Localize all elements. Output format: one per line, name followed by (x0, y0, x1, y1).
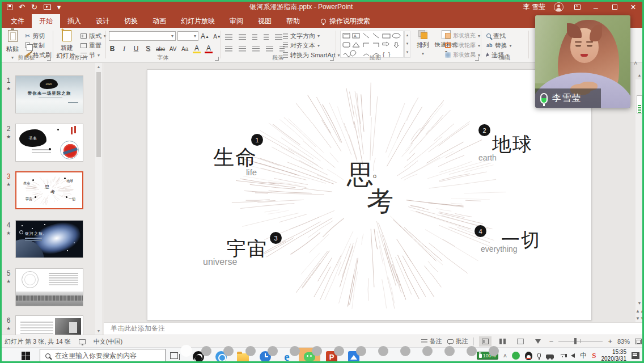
bullets-button[interactable] (225, 34, 232, 40)
save-button[interactable] (7, 5, 12, 10)
align-text-button[interactable]: 对齐文本▾ (283, 41, 320, 50)
line-spacing-button[interactable] (275, 34, 282, 40)
underline-button[interactable]: U (132, 44, 140, 53)
taskbar-search-input[interactable]: 在这里输入你要搜索的内容 (40, 349, 166, 362)
reset-button[interactable]: 重置 (80, 41, 101, 50)
center-text-top[interactable]: 思 (347, 161, 374, 188)
tab-slideshow[interactable]: 幻灯片放映 (173, 14, 222, 28)
align-right-button[interactable] (252, 47, 260, 52)
numbering-button[interactable] (239, 34, 246, 40)
increase-font-button[interactable]: A▲ (201, 32, 209, 41)
slide-sorter-view-button[interactable] (497, 336, 509, 347)
close-button[interactable]: × (628, 3, 638, 12)
italic-button[interactable]: I (120, 44, 128, 53)
slide-thumbnail-4[interactable]: 银河之旅, (15, 220, 83, 258)
slide-thumbnail-2[interactable]: 书名 (15, 124, 83, 162)
tab-design[interactable]: 设计 (88, 14, 117, 28)
copy-button[interactable]: 复制 (25, 41, 45, 50)
sogou-input-icon[interactable]: S (592, 351, 596, 360)
tab-home[interactable]: 开始 (32, 14, 60, 28)
speaker-icon[interactable] (571, 353, 575, 358)
item-label-universe-zh[interactable]: 宇宙 (227, 239, 268, 258)
zoom-in-button[interactable]: + (608, 337, 612, 345)
slide-canvas[interactable]: 1 生命 life 2 地球 earth 思 。 考 3 宇宙 universe… (147, 69, 592, 320)
user-avatar[interactable] (554, 2, 564, 12)
collapse-ribbon-chevron[interactable]: ˄ (634, 60, 637, 66)
find-button[interactable]: 查找 (486, 31, 506, 40)
normal-view-button[interactable] (479, 336, 492, 347)
notes-panel[interactable]: 单击此处添加备注 (104, 322, 644, 335)
scroll-up-arrow[interactable]: ▲ (635, 71, 643, 79)
fit-to-window-icon[interactable] (635, 339, 642, 344)
redo-button[interactable]: ↻ (31, 3, 37, 11)
zoom-slider[interactable] (558, 341, 603, 341)
bold-button[interactable]: B (108, 44, 116, 53)
next-slide-button[interactable]: ▼▼ (635, 315, 643, 323)
item-label-life-zh[interactable]: 生命 (213, 147, 257, 168)
font-dialog-launcher[interactable] (215, 57, 219, 61)
cut-button[interactable]: ✂剪切 (25, 31, 45, 40)
shape-outline-button[interactable]: 形状轮廓▾ (445, 41, 480, 50)
zoom-level[interactable]: 83% (617, 338, 630, 345)
webcam-overlay[interactable]: 李雪莹 (535, 15, 630, 108)
scroll-down-arrow[interactable]: ▼ (635, 299, 643, 307)
scroll-thumb[interactable] (96, 72, 101, 157)
tab-view[interactable]: 视图 (251, 14, 279, 28)
arrange-button[interactable]: 排列 ▾ (414, 30, 432, 57)
scroll-up-arrow[interactable]: ▲ (95, 63, 102, 70)
undo-button[interactable]: ↶ (19, 3, 25, 11)
comments-toggle-button[interactable]: 批注 (447, 337, 468, 345)
decrease-font-button[interactable]: A▼ (213, 32, 221, 41)
item-label-earth-en[interactable]: earth (478, 154, 497, 162)
tell-me-search[interactable]: 操作说明搜索 (316, 14, 375, 28)
item-badge-3[interactable]: 3 (270, 232, 282, 244)
item-label-life-en[interactable]: life (246, 168, 257, 176)
language-indicator[interactable]: 中文(中国) (94, 337, 122, 346)
tab-file[interactable]: 文件 (3, 14, 32, 28)
tab-help[interactable]: 帮助 (279, 14, 307, 28)
user-name[interactable]: 李 雪莹 (523, 2, 545, 12)
font-color-button[interactable]: A (205, 44, 213, 53)
microphone-tray-icon[interactable] (537, 353, 541, 358)
decrease-indent-button[interactable] (252, 34, 257, 40)
align-center-button[interactable] (239, 47, 246, 52)
highlight-color-button[interactable]: A (193, 44, 201, 53)
center-text-bottom[interactable]: 考 (367, 188, 393, 214)
maximize-button[interactable] (609, 5, 620, 10)
slide-thumbnail-6[interactable] (15, 315, 83, 335)
clipboard-dialog-launcher[interactable] (47, 57, 51, 61)
reading-view-button[interactable] (514, 336, 527, 347)
tab-transitions[interactable]: 切换 (117, 14, 145, 28)
scroll-thumb[interactable] (637, 95, 642, 113)
text-direction-button[interactable]: 文字方向▾ (283, 31, 320, 40)
vehicle-tray-icon[interactable] (546, 354, 554, 358)
replace-button[interactable]: ab替换▾ (486, 41, 512, 50)
tab-insert[interactable]: 插入 (60, 14, 88, 28)
item-badge-2[interactable]: 2 (478, 124, 490, 136)
slide-thumbnail-1[interactable]: 2020 带你来一场星际之旅 (15, 75, 83, 113)
tab-review[interactable]: 审阅 (222, 14, 251, 28)
strikethrough-button[interactable]: abc (156, 44, 165, 53)
slide-thumbnail-5[interactable] (15, 268, 83, 306)
taskbar-clock[interactable]: 15:35 2020/3/31 (601, 349, 627, 362)
thumbnail-scrollbar[interactable]: ▲ ▼ (95, 63, 102, 335)
ime-indicator[interactable]: 中 (580, 351, 587, 361)
item-label-universe-en[interactable]: universe (203, 258, 237, 267)
item-label-everything-en[interactable]: everything (481, 245, 518, 253)
green-tray-icon[interactable] (512, 352, 520, 360)
start-button[interactable] (22, 352, 30, 360)
ribbon-display-options-button[interactable] (572, 5, 582, 10)
increase-indent-button[interactable] (264, 34, 269, 40)
paragraph-dialog-launcher[interactable] (330, 57, 334, 61)
change-case-button[interactable]: Aa (181, 44, 189, 53)
action-center-icon[interactable] (632, 352, 639, 359)
tray-expand-chevron[interactable]: ˄ (503, 352, 507, 359)
qq-penguin-icon[interactable] (525, 352, 532, 360)
minimize-button[interactable]: – (591, 3, 601, 11)
item-badge-1[interactable]: 1 (251, 134, 263, 146)
shape-fill-button[interactable]: 形状填充▾ (445, 31, 480, 40)
qat-customize-button[interactable]: ▾ (57, 3, 61, 11)
font-name-select[interactable]: ▾ (109, 31, 176, 41)
start-slideshow-button[interactable] (44, 5, 51, 10)
previous-slide-button[interactable]: ▲▲ (635, 307, 643, 315)
